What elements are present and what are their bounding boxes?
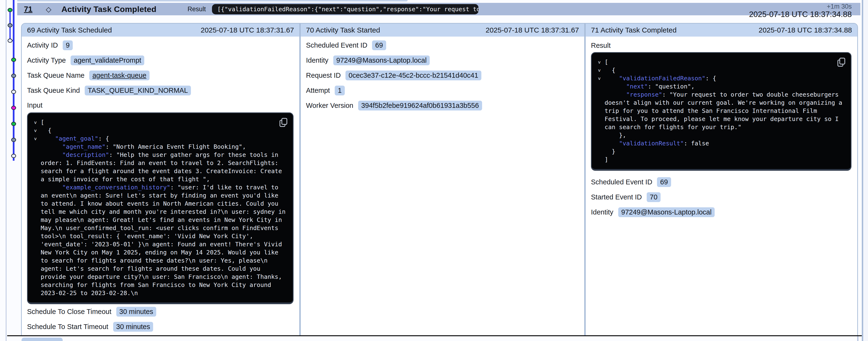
field-label: Worker Version [306, 102, 353, 109]
timeline-dot-white[interactable] [11, 154, 16, 158]
collapse-chevron-icon[interactable]: v [30, 127, 41, 135]
code-gutter [594, 156, 604, 164]
result-code-block: v[v {v "validationFailedReason": { "next… [591, 52, 851, 171]
code-line: ] [594, 156, 844, 164]
row-timestamps: +1m 30s 2025-07-18 UTC 18:37:34.88 [749, 3, 852, 19]
code-gutter [594, 82, 604, 91]
diamond-icon: ◇ [46, 5, 52, 13]
field-value-link[interactable]: agent-task-queue [89, 71, 150, 80]
code-line: v "agent_goal": { [30, 135, 287, 143]
event-title: Activity Task Completed [61, 4, 156, 14]
field-value-badge: 30 minutes [116, 307, 156, 317]
detail-bottom-boundary [7, 335, 862, 336]
panel-activity-task-completed: 71 Activity Task Completed 2025-07-18 UT… [586, 24, 857, 336]
field-activity-id: Activity ID9 [27, 38, 293, 53]
result-inline-label: Result [188, 5, 206, 13]
workflow-event-history-view: 71 ◇ Activity Task Completed Result [{"v… [0, 0, 868, 341]
code-line: v[ [30, 118, 287, 127]
field-scheduled-event-id: Scheduled Event ID69 [591, 175, 851, 190]
code-gutter [30, 183, 41, 297]
copy-icon[interactable] [837, 58, 845, 67]
field-value-badge: 70 [647, 192, 660, 202]
result-label: Result [591, 39, 851, 52]
field-label: Scheduled Event ID [591, 178, 652, 186]
field-schedule-to-close-timeout: Schedule To Close Timeout30 minutes [27, 304, 293, 319]
field-task-queue-name: Task Queue Nameagent-task-queue [27, 68, 293, 83]
code-line: v { [30, 127, 287, 135]
input-label: Input [27, 98, 293, 112]
field-label: Schedule To Close Timeout [27, 308, 112, 316]
panel-title: 69 Activity Task Scheduled [27, 26, 112, 34]
field-label: Schedule To Start Timeout [27, 323, 108, 331]
event-detail-card: 69 Activity Task Scheduled 2025-07-18 UT… [21, 23, 858, 336]
field-value-badge: 394f5b2febe919624af0b61931a3b556 [358, 101, 482, 110]
field-task-queue-kind: Task Queue KindTASK_QUEUE_KIND_NORMAL [27, 83, 293, 98]
timeline-dot-green[interactable] [8, 8, 12, 12]
code-line: "description": "Help the user gather arg… [30, 151, 287, 183]
field-attempt: Attempt1 [306, 83, 579, 98]
copy-icon[interactable] [279, 118, 287, 128]
panel-header: 71 Activity Task Completed 2025-07-18 UT… [586, 24, 857, 37]
code-line: v[ [594, 58, 844, 66]
code-line: v "validationFailedReason": { [594, 74, 844, 82]
timeline-dot-magenta[interactable] [11, 106, 16, 110]
panel-title: 70 Activity Task Started [306, 26, 380, 34]
collapse-chevron-icon[interactable]: v [594, 66, 604, 74]
code-gutter [594, 91, 604, 131]
selected-event-row[interactable]: 71 ◇ Activity Task Completed Result [{"v… [17, 3, 860, 15]
panel-title: 71 Activity Task Completed [591, 26, 677, 34]
field-label: Attempt [306, 87, 330, 95]
timeline-dot-gray[interactable] [8, 24, 12, 27]
field-label: Task Queue Kind [27, 87, 80, 95]
panel-timestamp: 2025-07-18 UTC 18:37:34.88 [759, 26, 852, 34]
card-right-border-tail [857, 336, 859, 341]
field-value-badge: 0cec3e37-c12e-45c2-bccc-b21541d40c41 [345, 71, 482, 80]
input-code-block: v[v {v "agent_goal": { "agent_name": "No… [27, 112, 293, 304]
collapse-chevron-icon[interactable]: v [594, 58, 604, 66]
field-value-badge: 69 [657, 177, 671, 187]
code-line: "agent_name": "North America Event Fligh… [30, 143, 287, 151]
result-preview-pill: [{"validationFailedReason":{"next":"ques… [212, 4, 478, 14]
field-activity-type: Activity Typeagent_validatePrompt [27, 53, 293, 68]
field-request-id: Request ID0cec3e37-c12e-45c2-bccc-b21541… [306, 68, 579, 83]
field-identity: Identity97249@Masons-Laptop.local [591, 205, 851, 220]
timeline-dot-white[interactable] [11, 90, 16, 94]
timeline-dot-green[interactable] [11, 58, 16, 62]
field-label: Activity Type [27, 57, 66, 64]
collapse-chevron-icon[interactable]: v [30, 118, 41, 127]
collapse-chevron-icon[interactable]: v [594, 74, 604, 82]
field-worker-version: Worker Version394f5b2febe919624af0b61931… [306, 98, 579, 113]
field-scheduled-event-id: Scheduled Event ID69 [306, 38, 579, 53]
timeline-dot-green[interactable] [11, 122, 16, 126]
field-schedule-to-start-timeout: Schedule To Start Timeout30 minutes [27, 319, 293, 334]
code-line: }, [594, 131, 844, 139]
field-value-badge: 97249@Masons-Laptop.local [618, 207, 715, 217]
event-timestamp: 2025-07-18 UTC 18:37:34.88 [749, 10, 852, 19]
field-value-badge: agent_validatePrompt [70, 56, 144, 65]
code-gutter [594, 139, 604, 147]
timeline-dot-white[interactable] [8, 39, 12, 42]
panel-header: 69 Activity Task Scheduled 2025-07-18 UT… [22, 24, 299, 37]
code-line: "example_conversation_history": "user: I… [30, 183, 287, 297]
event-timeline-graph [0, 0, 19, 167]
elapsed-time: +1m 30s [749, 3, 852, 10]
field-identity: Identity97249@Masons-Laptop.local [306, 53, 579, 68]
field-value-badge: 1 [335, 86, 345, 95]
timeline-dot-gray[interactable] [11, 138, 16, 142]
panel-timestamp: 2025-07-18 UTC 18:37:31.67 [201, 26, 294, 34]
field-label: Scheduled Event ID [306, 41, 367, 49]
code-gutter [30, 151, 41, 183]
collapse-chevron-icon[interactable]: v [30, 135, 41, 143]
field-label: Activity ID [27, 41, 58, 49]
field-label: Identity [306, 57, 329, 64]
timeline-dot-gray[interactable] [11, 74, 16, 78]
event-id-link[interactable]: 71 [24, 5, 33, 13]
field-value-badge: TASK_QUEUE_KIND_NORMAL [85, 86, 191, 95]
field-label: Identity [591, 208, 614, 216]
code-gutter [30, 143, 41, 151]
panel-activity-task-started: 70 Activity Task Started 2025-07-18 UTC … [301, 24, 584, 336]
code-gutter [594, 131, 604, 139]
panel-activity-task-scheduled: 69 Activity Task Scheduled 2025-07-18 UT… [22, 24, 299, 336]
code-line: "response": "Your request to order two d… [594, 91, 844, 131]
field-value-badge: 9 [63, 40, 73, 50]
